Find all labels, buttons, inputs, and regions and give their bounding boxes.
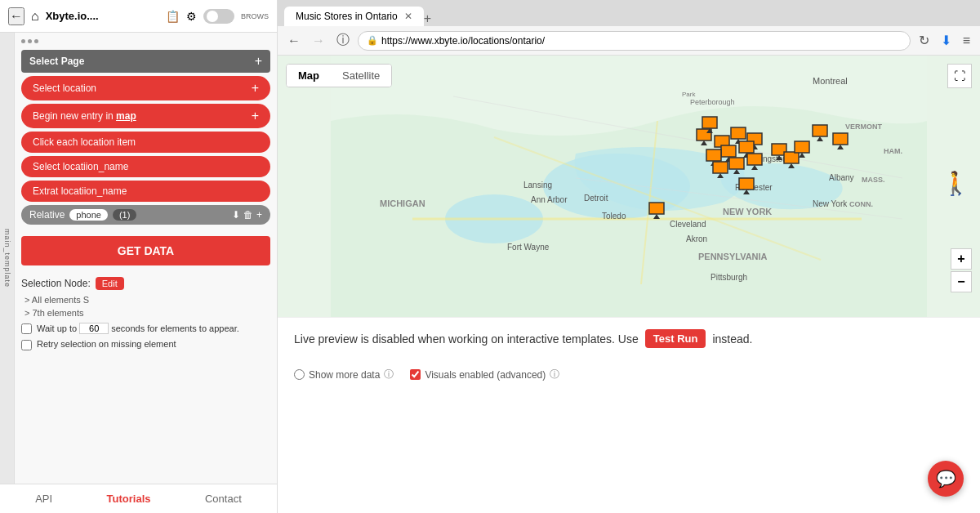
step-select-name[interactable]: Select locatiion_name <box>21 156 270 177</box>
browser-forward-button[interactable]: → <box>309 32 328 50</box>
sidebar-label: main_template <box>3 229 11 288</box>
zoom-in-button[interactable]: + <box>951 248 972 270</box>
svg-text:Fort Wayne: Fort Wayne <box>507 243 550 252</box>
person-figure: 🚶 <box>942 171 970 196</box>
show-more-data-radio[interactable] <box>294 369 305 380</box>
chat-button[interactable]: 💬 <box>928 461 964 497</box>
step-label-2: Begin new entry in map <box>33 110 252 122</box>
svg-rect-55 <box>813 125 827 136</box>
map-svg: MICHIGAN NEW YORK PENNSYLVANIA VERMONT M… <box>278 56 980 317</box>
svg-text:Cleveland: Cleveland <box>670 220 706 229</box>
relative-icons: ⬇ 🗑 + <box>232 209 262 221</box>
app-title: Xbyte.io.... <box>46 10 159 22</box>
svg-text:New York: New York <box>813 199 848 208</box>
fullscreen-button[interactable]: ⛶ <box>947 64 972 88</box>
visuals-enabled-checkbox[interactable] <box>410 369 421 380</box>
toggle-switch[interactable] <box>203 9 234 24</box>
dot-3 <box>34 39 38 43</box>
browser-tab-active[interactable]: Music Stores in Ontario ✕ <box>284 7 424 26</box>
browser-info-button[interactable]: ⓘ <box>333 30 353 51</box>
settings-icon[interactable]: ⚙ <box>186 10 197 23</box>
nav-contact[interactable]: Contact <box>205 493 242 505</box>
url-text: https://www.xbyte.io/locations/ontario/ <box>381 35 545 47</box>
preview-bar: Live preview is disabled when working on… <box>278 317 980 359</box>
wait-checkbox[interactable] <box>21 323 32 334</box>
svg-rect-53 <box>702 117 717 128</box>
visuals-help-icon[interactable]: ⓘ <box>550 368 559 381</box>
section-add-button[interactable]: + <box>255 54 262 69</box>
svg-text:Albany: Albany <box>829 173 854 182</box>
svg-rect-35 <box>739 141 754 153</box>
step-extract-name[interactable]: Extrat locatiion_name <box>21 181 270 202</box>
map-type-buttons: Map Satellite <box>286 64 392 87</box>
retry-label: Retry selection on missing element <box>37 339 176 349</box>
refresh-button[interactable]: ↻ <box>915 31 933 50</box>
menu-button[interactable]: ≡ <box>960 32 973 50</box>
panel-sidebar: main_template <box>0 33 15 484</box>
download-button[interactable]: ⬇ <box>938 31 955 50</box>
chat-icon: 💬 <box>936 469 956 488</box>
svg-text:CONN.: CONN. <box>849 200 873 208</box>
svg-rect-33 <box>721 145 736 157</box>
svg-text:Akron: Akron <box>686 234 707 243</box>
browser-back-button[interactable]: ← <box>284 32 304 50</box>
map-type-map[interactable]: Map <box>287 65 331 87</box>
show-more-help-icon[interactable]: ⓘ <box>384 368 394 381</box>
show-more-data-label[interactable]: Show more data ⓘ <box>294 368 394 381</box>
svg-rect-47 <box>784 152 799 163</box>
svg-text:Peterborough: Peterborough <box>690 98 735 106</box>
app-header: ← ⌂ Xbyte.io.... 📋 ⚙ BROWS <box>0 0 277 33</box>
zoom-out-button[interactable]: − <box>951 271 972 292</box>
nav-api[interactable]: API <box>35 493 52 505</box>
svg-text:Toledo: Toledo <box>602 212 626 221</box>
dots-menu[interactable] <box>21 39 270 43</box>
show-more-data-text: Show more data <box>309 369 380 381</box>
test-run-button[interactable]: Test Run <box>645 329 706 348</box>
plus-icon[interactable]: + <box>256 209 262 221</box>
svg-text:NEW YORK: NEW YORK <box>723 207 772 216</box>
svg-text:Lansing: Lansing <box>523 181 552 190</box>
new-tab-button[interactable]: + <box>424 11 431 26</box>
map-type-satellite[interactable]: Satellite <box>331 65 391 87</box>
selection-node-header: Selection Node: Edit <box>21 277 270 290</box>
ssl-icon: 🔒 <box>367 35 378 46</box>
copy-icon[interactable]: 📋 <box>166 10 180 23</box>
svg-text:MICHIGAN: MICHIGAN <box>380 199 425 208</box>
browser-address-bar: ← → ⓘ 🔒 https://www.xbyte.io/locations/o… <box>278 26 980 56</box>
right-panel: Music Stores in Ontario ✕ + ← → ⓘ 🔒 http… <box>278 0 980 513</box>
download-icon[interactable]: ⬇ <box>232 209 240 221</box>
home-icon[interactable]: ⌂ <box>31 9 39 24</box>
step-begin-entry[interactable]: Begin new entry in map + <box>21 104 270 128</box>
step-add-2[interactable]: + <box>252 109 259 123</box>
address-input[interactable]: 🔒 https://www.xbyte.io/locations/ontario… <box>358 31 911 51</box>
svg-text:Montreal: Montreal <box>813 76 848 86</box>
selection-node: Selection Node: Edit > All elements S > … <box>21 277 270 350</box>
step-add-1[interactable]: + <box>252 81 259 96</box>
svg-rect-59 <box>739 178 754 190</box>
pegman-icon[interactable]: 🚶 <box>942 170 970 197</box>
trash-icon[interactable]: 🗑 <box>243 209 253 221</box>
visuals-enabled-label[interactable]: Visuals enabled (advanced) ⓘ <box>410 368 559 381</box>
bottom-nav: API Tutorials Contact <box>0 484 277 513</box>
svg-rect-29 <box>731 127 746 139</box>
get-data-button[interactable]: GET DATA <box>21 236 270 265</box>
count-badge: (1) <box>113 209 136 221</box>
step-label-1: Select location <box>33 83 252 94</box>
dot-1 <box>21 39 25 43</box>
svg-rect-57 <box>833 133 848 145</box>
step-select-location[interactable]: Select location + <box>21 76 270 100</box>
step-click-location[interactable]: Click each location item <box>21 132 270 153</box>
wait-text: Wait up to seconds for elements to appea… <box>37 323 239 334</box>
svg-text:Detroit: Detroit <box>584 194 608 203</box>
svg-rect-39 <box>729 158 744 169</box>
nav-tutorials[interactable]: Tutorials <box>107 493 151 505</box>
tab-close[interactable]: ✕ <box>404 11 412 22</box>
panel-main: Select Page + Select location + Begin ne… <box>15 33 277 484</box>
back-button[interactable]: ← <box>8 7 24 25</box>
wait-input[interactable] <box>79 323 109 334</box>
svg-rect-43 <box>747 154 762 165</box>
retry-checkbox[interactable] <box>21 340 32 350</box>
preview-text-after: instead. <box>712 332 752 346</box>
edit-button[interactable]: Edit <box>96 277 124 290</box>
retry-row: Retry selection on missing element <box>21 339 270 350</box>
